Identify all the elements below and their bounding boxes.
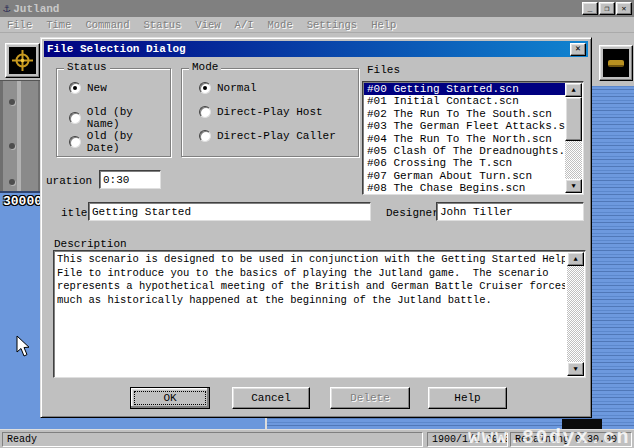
menu-mode[interactable]: Mode [260, 18, 299, 32]
map-border-texture [0, 80, 42, 193]
rivet-decoration [9, 179, 15, 185]
map-scale-label: 30000 [3, 194, 42, 209]
radio-old-by-date[interactable]: Old (by Date) [69, 130, 170, 154]
status-group-label: Status [64, 61, 110, 73]
radio-normal[interactable]: Normal [199, 82, 257, 94]
file-item[interactable]: #03 The German Fleet Attacks.scn [364, 120, 565, 132]
file-item[interactable]: #04 The Run To The North.scn [364, 133, 565, 145]
rivet-decoration [9, 99, 15, 105]
cancel-button[interactable]: Cancel [232, 387, 310, 409]
file-item[interactable]: #07 German About Turn.scn [364, 170, 565, 182]
title-field[interactable] [88, 202, 371, 221]
close-button[interactable]: ✕ [616, 2, 632, 15]
map-object [562, 419, 602, 429]
menu-ai[interactable]: A/I [228, 18, 261, 32]
radio-button-icon [199, 130, 211, 142]
file-item[interactable]: #06 Crossing The T.scn [364, 157, 565, 169]
crosshair-icon [9, 47, 36, 74]
file-selection-dialog: File Selection Dialog ✕ Status New Old (… [40, 37, 592, 418]
restore-button[interactable]: ❐ [599, 2, 615, 15]
yellow-bar-icon [603, 49, 629, 77]
delete-button[interactable]: Delete [330, 387, 410, 409]
dialog-close-button[interactable]: ✕ [570, 43, 586, 56]
files-listbox: #00 Getting Started.scn #01 Initial Cont… [362, 81, 584, 195]
radio-direct-play-host[interactable]: Direct-Play Host [199, 106, 323, 118]
toolbar-button-right[interactable] [599, 45, 633, 81]
radio-button-icon [199, 82, 211, 94]
radio-button-icon [199, 106, 211, 118]
scroll-down-button[interactable]: ▼ [565, 179, 582, 193]
file-item[interactable]: #02 The Run To The South.scn [364, 108, 565, 120]
dialog-titlebar[interactable]: File Selection Dialog ✕ [44, 41, 588, 57]
toolbar-button-left[interactable] [5, 43, 40, 78]
radio-old-by-name[interactable]: Old (by Name) [69, 106, 170, 130]
radio-button-icon [69, 82, 81, 94]
window-controls: _ ❐ ✕ [582, 2, 632, 15]
menu-help[interactable]: Help [364, 18, 403, 32]
scroll-down-button[interactable]: ▼ [567, 362, 584, 376]
status-bar: Ready 1900/1/1 00:00.00 Remaining 0.30.0… [0, 429, 634, 448]
radio-button-icon [69, 136, 81, 148]
file-item[interactable]: #08 The Chase Begins.scn [364, 182, 565, 193]
description-label: Description [54, 238, 127, 250]
file-item[interactable]: #01 Initial Contact.scn [364, 95, 565, 107]
minimize-button[interactable]: _ [582, 2, 598, 15]
scrollbar-thumb[interactable] [565, 97, 582, 141]
files-list: #00 Getting Started.scn #01 Initial Cont… [364, 83, 565, 193]
radio-direct-play-caller[interactable]: Direct-Play Caller [199, 130, 336, 142]
status-groupbox: Status New Old (by Name) Old (by Date) [56, 68, 171, 157]
rivet-decoration [9, 143, 15, 149]
duration-field[interactable] [99, 170, 161, 189]
anchor-icon: ⚓ [3, 3, 10, 15]
menu-status[interactable]: Status [137, 18, 189, 32]
radio-button-icon [69, 112, 81, 124]
files-scrollbar[interactable]: ▲ ▼ [565, 83, 582, 193]
menu-time[interactable]: Time [39, 18, 78, 32]
ok-button[interactable]: OK [130, 387, 210, 409]
scroll-up-button[interactable]: ▲ [567, 252, 584, 266]
help-button[interactable]: Help [428, 387, 507, 409]
description-box[interactable]: This scenario is designed to be used in … [53, 250, 586, 378]
duration-label: uration [46, 175, 92, 187]
description-scrollbar[interactable]: ▲ ▼ [567, 252, 584, 376]
window-title: Jutland [13, 3, 59, 15]
menu-command[interactable]: Command [78, 18, 136, 32]
file-item[interactable]: #05 Clash Of The Dreadnoughts.scn [364, 145, 565, 157]
menu-settings[interactable]: Settings [300, 18, 364, 32]
files-label: Files [367, 64, 400, 76]
designer-field[interactable] [436, 202, 584, 221]
title-label: itle [61, 207, 87, 219]
dialog-title: File Selection Dialog [47, 43, 186, 55]
status-remaining: Remaining 0.30.00 [510, 432, 632, 447]
scroll-up-button[interactable]: ▲ [565, 83, 582, 97]
file-item[interactable]: #00 Getting Started.scn [364, 83, 565, 95]
menu-file[interactable]: File [0, 18, 39, 32]
radio-new[interactable]: New [69, 82, 107, 94]
status-datetime: 1900/1/1 00:00.00 [427, 432, 508, 447]
status-message: Ready [2, 432, 423, 447]
mode-groupbox: Mode Normal Direct-Play Host Direct-Play… [181, 68, 359, 157]
description-text: This scenario is designed to be used in … [57, 253, 565, 375]
menu-bar: File Time Command Status View A/I Mode S… [0, 17, 634, 33]
menu-view[interactable]: View [188, 18, 227, 32]
mode-group-label: Mode [189, 61, 221, 73]
designer-label: Designer [386, 207, 439, 219]
window-titlebar[interactable]: ⚓ Jutland [0, 0, 634, 17]
